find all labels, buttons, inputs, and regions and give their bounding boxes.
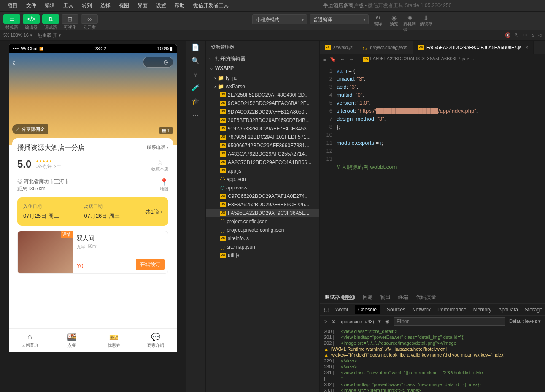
console-clear-icon[interactable]: ⊘: [332, 319, 335, 324]
remote-debug-button[interactable]: ✺真机调试: [403, 14, 417, 24]
console-levels[interactable]: Default levels ▾: [509, 319, 541, 324]
file-row[interactable]: JS 950066742BDC29AFF3660E7331...: [206, 141, 319, 150]
tab-coupon[interactable]: 🎫优惠券: [93, 329, 135, 352]
console-filter-input[interactable]: [394, 317, 505, 326]
menu-edit[interactable]: 编辑: [40, 0, 59, 11]
git-icon[interactable]: ⑂: [192, 70, 200, 78]
settings-icon[interactable]: ≡: [323, 57, 326, 62]
share-button[interactable]: ↗ 分享赚佣金: [12, 124, 48, 134]
room-item[interactable]: 详情 双人间 无早60m² ¥0 在线预订: [17, 231, 168, 274]
file-row[interactable]: { } app.json: [206, 175, 319, 184]
root-folder[interactable]: ⌄WXAPP: [206, 64, 319, 72]
search-icon[interactable]: 🔍: [192, 57, 200, 65]
devtools-appdata[interactable]: AppData: [498, 307, 518, 313]
devtools-performance[interactable]: Performance: [437, 307, 467, 313]
cloud-button[interactable]: ∞云开发: [81, 14, 98, 30]
mode-dropdown[interactable]: 小程序模式: [252, 14, 307, 24]
favorite-button[interactable]: ☆收藏本店: [151, 158, 168, 172]
file-row[interactable]: JS E8E3A6252BDC29AF8E85CE226...: [206, 200, 319, 209]
devtools-network[interactable]: Network: [412, 307, 431, 313]
debug-tab-debugger[interactable]: 调试器 1, 23: [325, 294, 355, 301]
tab-about[interactable]: 💬商家介绍: [135, 329, 177, 352]
rotate-icon[interactable]: ↻: [515, 32, 519, 38]
preview-button[interactable]: ◉预览: [387, 14, 401, 24]
file-row[interactable]: ⬡ app.wxss: [206, 184, 319, 192]
file-row[interactable]: JS A433CA762BDC29AFC255A2714...: [206, 150, 319, 158]
tab-food[interactable]: 🍱点餐: [51, 329, 93, 352]
file-row[interactable]: { } project.private.config.json: [206, 226, 319, 234]
console-run-icon[interactable]: ▷: [324, 319, 327, 324]
file-row[interactable]: { } project.config.json: [206, 217, 319, 226]
menu-project[interactable]: 项目: [3, 0, 22, 11]
compile-dropdown[interactable]: 普通编译: [310, 14, 369, 24]
menu-view[interactable]: 视图: [115, 0, 133, 11]
file-row[interactable]: JS C97C66202BDC29AFAF1A0E274...: [206, 192, 319, 200]
device-select[interactable]: 5X 100% 16 ▾: [3, 32, 32, 38]
tab-home[interactable]: ⌂回到首页: [9, 329, 51, 352]
file-row[interactable]: { } sitemap.json: [206, 243, 319, 251]
file-row[interactable]: JS 2EA258F52BDC29AF48C430F2D...: [206, 91, 319, 99]
file-row[interactable]: JS app.js: [206, 167, 319, 175]
file-row[interactable]: JS util.js: [206, 251, 319, 260]
menu-wxdevtools[interactable]: 微信开发者工具: [189, 0, 233, 11]
hot-reload-toggle[interactable]: 热重载 开 ▾: [38, 32, 61, 38]
pic-count-label[interactable]: ▦ 1: [159, 127, 173, 134]
devtools-console[interactable]: Console: [355, 305, 380, 314]
file-row[interactable]: JS FA595EA22BDC29AF9C3F36A5E...: [206, 209, 319, 217]
nav-fwd-icon[interactable]: →: [349, 57, 353, 62]
file-row[interactable]: JS 9D74C0022BDC29AFFB12A8050...: [206, 108, 319, 116]
file-row[interactable]: JS AA2C73B12BDC29AFCC4A1BB66...: [206, 158, 319, 167]
back-icon[interactable]: ‹: [12, 57, 15, 67]
contact-button[interactable]: 联系电话 ›: [147, 144, 168, 151]
devtools-select-icon[interactable]: ⬚: [324, 307, 329, 313]
menu-tools[interactable]: 工具: [59, 0, 78, 11]
visual-button[interactable]: ⊞可视化: [62, 14, 78, 30]
mortar-icon[interactable]: 🎓: [192, 97, 200, 105]
devtools-memory[interactable]: Memory: [473, 307, 491, 313]
file-row[interactable]: JS 9192A6332BDC29AFF7F4CE3453...: [206, 124, 319, 133]
menu-settings[interactable]: 设置: [152, 0, 170, 11]
menu-help[interactable]: 帮助: [170, 0, 189, 11]
explorer-more-icon[interactable]: ⋯: [310, 44, 314, 50]
compile-button[interactable]: ↻编译: [371, 14, 385, 24]
menu-select[interactable]: 选择: [96, 0, 115, 11]
file-row[interactable]: JS 767985F22BDC29AF101FEDF571...: [206, 133, 319, 141]
map-button[interactable]: 📍地图: [160, 178, 168, 192]
debug-tab-terminal[interactable]: 终端: [398, 294, 408, 301]
cut-icon[interactable]: ✂: [523, 32, 527, 38]
menu-goto[interactable]: 转到: [78, 0, 96, 11]
mute-icon[interactable]: 🔇: [505, 32, 511, 38]
files-icon[interactable]: 📄: [192, 43, 200, 51]
debug-tab-output[interactable]: 输出: [380, 294, 391, 301]
tab-project-config[interactable]: { }project.config.json: [358, 41, 413, 54]
book-button[interactable]: 在线预订: [136, 259, 165, 270]
file-row[interactable]: JS 9CA0D2152BDC29AFFAC6BA12E...: [206, 99, 319, 108]
menu-interface[interactable]: 界面: [133, 0, 152, 11]
more-icon[interactable]: ⋯: [192, 111, 200, 119]
debugger-button[interactable]: ⇅调试器: [42, 14, 59, 30]
date-picker[interactable]: 入住日期07月25日 周二 离店日期07月26日 周三 共1晚 ›: [17, 197, 168, 226]
file-row[interactable]: JS 20F6BFD32BDC29AF4690D7D4B...: [206, 116, 319, 124]
reviews-link[interactable]: 0条点评 >: [35, 164, 56, 169]
console-eye-icon[interactable]: ◉: [385, 319, 389, 324]
devtools-storage[interactable]: Storage: [525, 307, 542, 313]
tab-active-file[interactable]: JSFA595EA22BDC29AF9C3F36A5EA6B08F7.js×: [413, 41, 534, 54]
editor-button[interactable]: </>编辑器: [23, 14, 40, 30]
debug-tab-quality[interactable]: 代码质量: [416, 294, 436, 301]
file-row[interactable]: ›📁 wxParse: [206, 82, 319, 91]
file-row[interactable]: JS siteinfo.js: [206, 234, 319, 243]
console-context[interactable]: appservice (#43): [340, 319, 374, 324]
code-editor[interactable]: 1234567810111213 var i = { uniacid: "3",…: [320, 65, 545, 291]
devtools-sources[interactable]: Sources: [387, 307, 405, 313]
clear-cache-button[interactable]: ⇊清缓存: [419, 14, 433, 24]
home-icon[interactable]: ⌂: [531, 32, 534, 38]
nav-back-icon[interactable]: ←: [340, 57, 345, 62]
flask-icon[interactable]: 🧪: [192, 84, 200, 92]
opened-editors-section[interactable]: ›打开的编辑器: [206, 54, 319, 64]
devtools-wxml[interactable]: Wxml: [335, 307, 348, 313]
file-row[interactable]: ›📁 fy_jiu: [206, 74, 319, 82]
back-icon[interactable]: ◁: [538, 32, 542, 38]
bookmark-icon[interactable]: 🔖: [330, 57, 336, 62]
simulator-button[interactable]: ▭模拟器: [3, 14, 20, 30]
debug-tab-problems[interactable]: 问题: [363, 294, 373, 301]
